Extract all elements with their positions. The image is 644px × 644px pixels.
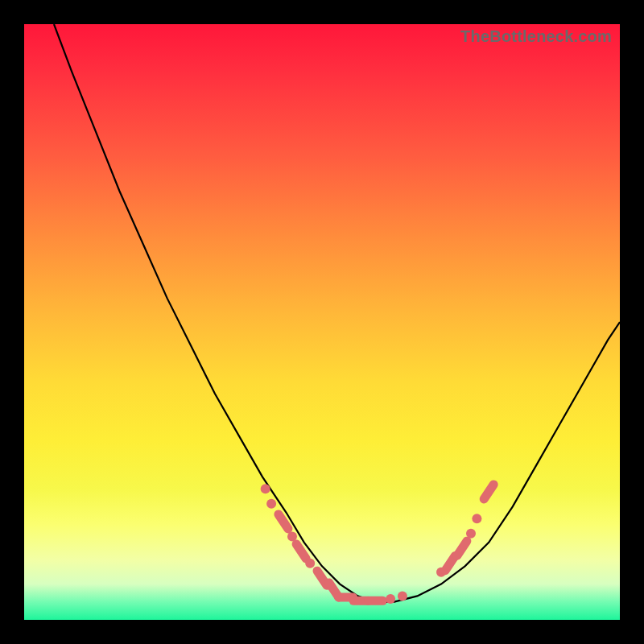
marker-dash-icon — [457, 541, 467, 555]
marker-dot-icon — [386, 594, 395, 604]
marker-dot-icon — [305, 559, 315, 568]
curve-markers — [261, 484, 494, 604]
marker-dot-icon — [398, 591, 407, 601]
marker-dash-icon — [279, 514, 288, 529]
marker-dash-icon — [296, 544, 306, 559]
marker-dot-icon — [266, 499, 276, 509]
chart-frame: TheBottleneck.com — [24, 24, 620, 620]
marker-dash-icon — [445, 556, 455, 571]
bottleneck-curve-icon — [54, 24, 620, 602]
marker-dot-icon — [466, 529, 476, 539]
bottleneck-plot — [24, 24, 620, 620]
marker-dot-icon — [472, 514, 481, 523]
marker-dot-icon — [261, 484, 270, 493]
marker-dash-icon — [484, 485, 493, 499]
